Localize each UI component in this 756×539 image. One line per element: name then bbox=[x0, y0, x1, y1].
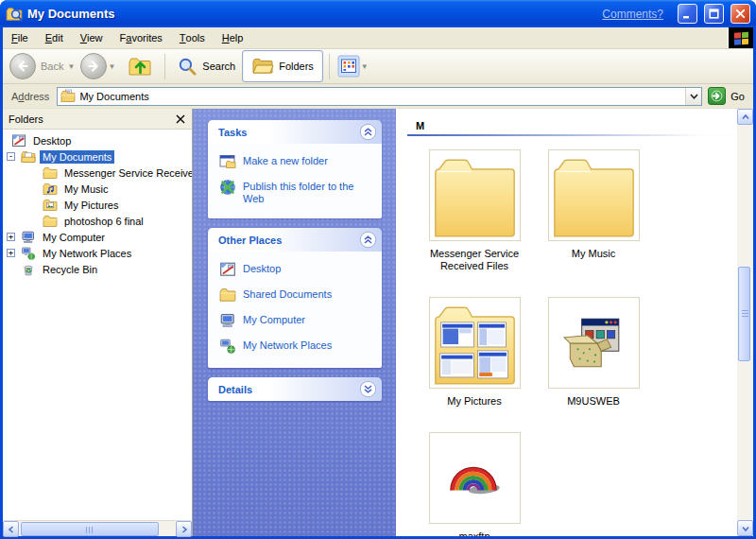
back-dropdown-caret[interactable]: ▼ bbox=[67, 62, 75, 71]
forward-button[interactable] bbox=[80, 53, 107, 79]
content-vertical-scrollbar[interactable] bbox=[737, 109, 753, 536]
details-header[interactable]: Details bbox=[208, 377, 382, 401]
search-label: Search bbox=[202, 61, 235, 72]
collapse-other-places-button[interactable] bbox=[359, 231, 377, 249]
scroll-left-button[interactable] bbox=[3, 521, 19, 537]
folders-panel-close-button[interactable] bbox=[175, 113, 186, 125]
other-places-desktop-link[interactable]: Desktop bbox=[219, 261, 378, 278]
make-new-folder-link[interactable]: Make a new folder bbox=[219, 153, 378, 170]
scroll-thumb[interactable] bbox=[21, 522, 159, 536]
go-label: Go bbox=[730, 91, 745, 102]
address-label: Address bbox=[11, 91, 49, 102]
group-header-m: M bbox=[416, 120, 737, 131]
desktop-icon bbox=[219, 261, 236, 278]
menu-view[interactable]: View bbox=[72, 27, 112, 48]
pictures-folder-icon bbox=[43, 198, 58, 213]
minimize-button[interactable] bbox=[678, 4, 697, 24]
expand-expander[interactable]: + bbox=[7, 249, 15, 257]
collapse-tasks-button[interactable] bbox=[359, 123, 377, 141]
address-dropdown-button[interactable] bbox=[685, 88, 701, 105]
installer-icon bbox=[562, 312, 625, 374]
maximize-icon bbox=[709, 9, 719, 19]
tasks-panel-header[interactable]: Tasks bbox=[208, 120, 382, 144]
main-area: Folders Desktop - My Documents Messenger… bbox=[3, 109, 753, 536]
address-input[interactable]: My Documents bbox=[57, 87, 702, 106]
menu-favorites[interactable]: Favorites bbox=[112, 27, 171, 48]
scroll-thumb[interactable] bbox=[738, 267, 750, 361]
up-button[interactable] bbox=[121, 50, 159, 82]
folder-thumbnail bbox=[548, 149, 640, 241]
tree-item-label: Recycle Bin bbox=[40, 263, 100, 276]
network-places-icon bbox=[21, 246, 36, 261]
tree-item-my-music[interactable]: My Music bbox=[3, 181, 192, 197]
views-dropdown-caret[interactable]: ▼ bbox=[361, 62, 369, 71]
collapse-expander[interactable]: - bbox=[7, 152, 15, 161]
chevron-up-icon bbox=[359, 123, 377, 141]
item-maxftp[interactable]: maxftp bbox=[415, 432, 534, 536]
tree-item-my-network-places[interactable]: + My Network Places bbox=[3, 245, 192, 261]
address-bar: Address My Documents Go bbox=[3, 84, 753, 109]
publish-folder-link[interactable]: Publish this folder to the Web bbox=[219, 179, 378, 205]
file-thumbnail bbox=[429, 432, 521, 524]
tree-item-my-documents[interactable]: - My Documents bbox=[3, 148, 192, 165]
tree-item-label: My Music bbox=[61, 183, 111, 196]
tree-item-label: My Computer bbox=[40, 231, 108, 244]
go-button[interactable] bbox=[708, 87, 726, 105]
other-place-label: Desktop bbox=[243, 261, 281, 275]
back-label: Back bbox=[41, 61, 63, 72]
scroll-up-button[interactable] bbox=[737, 109, 753, 125]
folders-icon bbox=[251, 57, 274, 76]
item-messenger-service-received-files[interactable]: Messenger Service Received Files bbox=[415, 149, 534, 272]
tree-item-label: My Documents bbox=[40, 150, 114, 164]
tree-item-recycle-bin[interactable]: ♻ Recycle Bin bbox=[3, 261, 192, 277]
publish-web-icon bbox=[219, 179, 236, 196]
item-my-pictures[interactable]: My Pictures bbox=[415, 297, 534, 408]
folders-button[interactable]: Folders bbox=[242, 50, 323, 82]
tree-item-messenger-service[interactable]: Messenger Service Received F bbox=[3, 165, 192, 181]
comments-link[interactable]: Comments? bbox=[602, 8, 663, 21]
folder-thumbnail bbox=[429, 149, 521, 241]
other-places-shared-documents-link[interactable]: Shared Documents bbox=[219, 287, 378, 304]
other-place-label: Shared Documents bbox=[243, 287, 332, 301]
go-arrow-icon bbox=[711, 90, 723, 102]
tree-item-label: Desktop bbox=[30, 134, 74, 148]
other-places-header[interactable]: Other Places bbox=[208, 228, 382, 252]
item-label: maxftp bbox=[417, 530, 532, 536]
scroll-track[interactable] bbox=[737, 125, 753, 520]
tree-item-my-pictures[interactable]: My Pictures bbox=[3, 197, 192, 213]
item-m9usweb[interactable]: M9USWEB bbox=[534, 297, 653, 408]
back-button[interactable] bbox=[9, 53, 36, 79]
windows-flag-icon bbox=[732, 30, 750, 46]
scroll-right-button[interactable] bbox=[176, 521, 192, 537]
toolbar: Back ▼ ▼ Search Folders ▼ bbox=[3, 49, 753, 84]
views-icon bbox=[337, 55, 360, 78]
desktop-icon bbox=[11, 133, 26, 148]
other-places-my-computer-link[interactable]: My Computer bbox=[219, 312, 378, 329]
menu-edit[interactable]: Edit bbox=[37, 27, 72, 48]
scroll-left-arrow-icon bbox=[8, 526, 15, 533]
menu-file[interactable]: File bbox=[3, 27, 37, 48]
item-label: M9USWEB bbox=[536, 395, 651, 408]
expand-expander[interactable]: + bbox=[7, 233, 15, 241]
close-button[interactable] bbox=[730, 4, 750, 24]
search-button[interactable]: Search bbox=[171, 53, 242, 80]
views-button[interactable]: ▼ bbox=[337, 55, 374, 78]
scroll-down-arrow-icon bbox=[742, 525, 749, 532]
item-my-music[interactable]: My Music bbox=[534, 149, 653, 272]
tree-item-my-computer[interactable]: + My Computer bbox=[3, 229, 192, 245]
tree-item-desktop[interactable]: Desktop bbox=[3, 132, 192, 148]
maximize-button[interactable] bbox=[704, 4, 724, 24]
tree-item-photoshop-6-final[interactable]: photoshop 6 final bbox=[3, 213, 192, 229]
forward-dropdown-caret[interactable]: ▼ bbox=[108, 62, 115, 71]
menu-tools[interactable]: Tools bbox=[171, 27, 214, 48]
other-places-my-network-places-link[interactable]: My Network Places bbox=[219, 338, 378, 355]
tree-horizontal-scrollbar[interactable] bbox=[3, 520, 192, 536]
scroll-down-button[interactable] bbox=[737, 520, 753, 536]
item-label: My Pictures bbox=[417, 395, 532, 408]
tasks-panel: Tasks Make a new folder Publish this fol… bbox=[208, 120, 382, 218]
folders-panel: Folders Desktop - My Documents Messenger… bbox=[3, 109, 193, 536]
menu-help[interactable]: Help bbox=[214, 27, 252, 48]
computer-icon bbox=[219, 312, 236, 329]
expand-details-button[interactable] bbox=[359, 380, 377, 398]
other-places-panel: Other Places Desktop Shared Documents My bbox=[208, 228, 382, 368]
